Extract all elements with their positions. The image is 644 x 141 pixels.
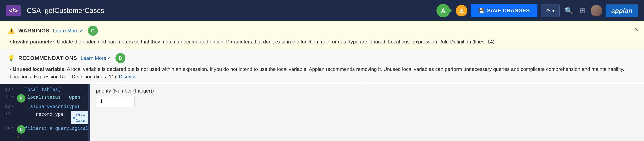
avatar[interactable]: A — [436, 4, 450, 17]
rec-text: A local variable is declared but is not … — [10, 66, 624, 80]
warnings-bold: Invalid parameter. — [13, 39, 55, 45]
settings-button[interactable]: ⚙ ▾ — [541, 4, 560, 17]
search-button[interactable]: 🔍 — [563, 5, 575, 16]
record-type-badge: ▦ recordType!CSA Case — [71, 111, 89, 124]
warnings-panel: ⚠️ WARNINGS Learn More ↗ C • Invalid par… — [0, 21, 644, 49]
warning-indicator[interactable]: ⚠ — [456, 5, 467, 17]
warnings-body: • Invalid parameter. Update the underlin… — [8, 38, 636, 46]
rec-header: 💡 RECOMMENDATIONS Learn More ↗ D — [8, 53, 636, 63]
rec-external-link-icon: ↗ — [107, 56, 110, 61]
topnav: </> CSA_getCustomerCases A ⚠ 💾 SAVE CHAN… — [0, 0, 644, 21]
line-warning-icon: ⚠ — [17, 134, 20, 139]
code-line-14: 14 ▸ B ⚠ filters: a!queryLogicalExpressi… — [0, 125, 88, 140]
code-line-11: 11 ▸ B local!status: "Open", — [0, 94, 88, 103]
save-label: SAVE CHANGES — [487, 8, 530, 14]
lightbulb-icon: 💡 — [8, 55, 15, 62]
logo-icon: </> — [6, 5, 21, 16]
test-result-col — [367, 84, 644, 141]
appian-logo: appian — [606, 5, 638, 17]
code-line-12: 12 ▸ a!queryRecordType( — [0, 103, 88, 111]
profile-photo[interactable] — [590, 5, 602, 17]
badge-d: D — [116, 53, 126, 63]
rec-bold: Unused local variable. — [13, 66, 66, 72]
avatar-arrow — [448, 8, 452, 13]
save-icon: 💾 — [478, 8, 485, 14]
panel-divider[interactable] — [89, 84, 90, 141]
learn-more-text: Learn More — [53, 28, 78, 34]
warnings-text: Update the underlined parameters so that… — [55, 39, 496, 45]
warnings-header: ⚠️ WARNINGS Learn More ↗ C — [8, 26, 636, 36]
warning-icon: ⚠️ — [8, 28, 15, 34]
warnings-title: WARNINGS — [18, 28, 50, 34]
code-line-13: 13 recordType: ▦ recordType!CSA Case , — [0, 111, 88, 125]
external-link-icon: ↗ — [80, 28, 83, 33]
warnings-learn-more[interactable]: Learn More ↗ — [53, 28, 83, 34]
badge-b-1: B — [17, 94, 26, 103]
rec-title: RECOMMENDATIONS — [18, 55, 77, 61]
right-panel: priority (Number (Integer)) Save as Test… — [90, 84, 644, 141]
rec-learn-more-text: Learn More — [80, 55, 106, 61]
test-input-label: priority (Number (Integer)) — [96, 88, 361, 94]
apps-button[interactable]: ⊞ — [578, 5, 587, 16]
code-panel[interactable]: 10 ▸ local!tables( 11 ▸ B local!status: … — [0, 84, 89, 141]
test-input-field[interactable] — [96, 96, 134, 107]
page-title: CSA_getCustomerCases — [26, 7, 432, 15]
user-avatar-group[interactable]: A — [436, 4, 452, 17]
test-area: priority (Number (Integer)) — [90, 84, 644, 141]
save-button[interactable]: 💾 SAVE CHANGES — [471, 4, 538, 17]
badge-c: C — [88, 26, 98, 36]
recommendations-panel: 💡 RECOMMENDATIONS Learn More ↗ D • Unuse… — [0, 49, 644, 84]
code-line-10: 10 ▸ local!tables( — [0, 86, 88, 94]
rec-learn-more[interactable]: Learn More ↗ — [80, 55, 110, 61]
settings-icon: ⚙ — [546, 8, 550, 14]
close-warnings-button[interactable]: × — [634, 25, 638, 33]
rec-body: • Unused local variable. A local variabl… — [8, 65, 636, 81]
dismiss-link[interactable]: Dismiss — [119, 74, 136, 80]
test-input-col: priority (Number (Integer)) — [90, 84, 367, 141]
topnav-actions: A ⚠ 💾 SAVE CHANGES ⚙ ▾ 🔍 ⊞ appian — [436, 4, 638, 17]
record-type-icon: ▦ — [73, 115, 75, 120]
code-area: 10 ▸ local!tables( 11 ▸ B local!status: … — [0, 84, 644, 141]
settings-dropdown-arrow: ▾ — [552, 8, 555, 14]
badge-b-2: B — [17, 125, 26, 134]
